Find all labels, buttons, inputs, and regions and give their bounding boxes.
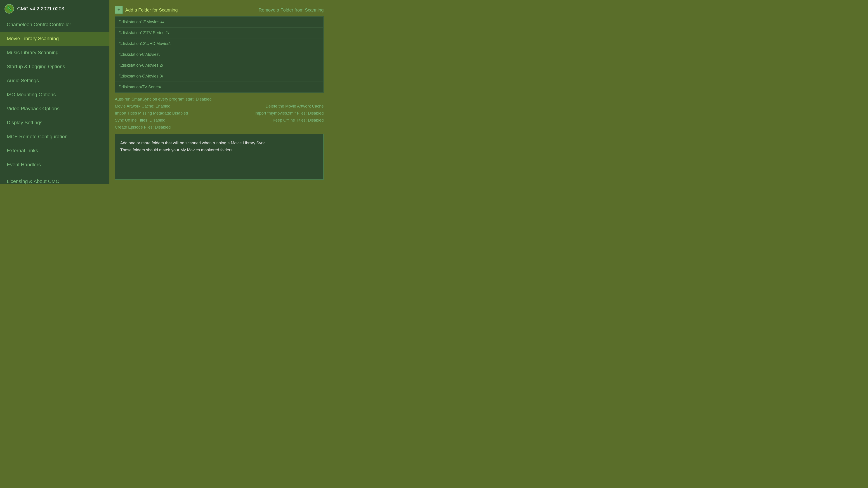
sidebar-item-iso-mounting-options[interactable]: ISO Mounting Options	[0, 88, 110, 102]
add-folder-icon: +	[115, 6, 123, 14]
licensing-about-link[interactable]: Licensing & About CMC	[7, 176, 103, 184]
folder-item[interactable]: \\diskstation12\Movies 4\	[115, 17, 323, 28]
remove-folder-button[interactable]: Remove a Folder from Scanning	[258, 7, 324, 13]
option-label[interactable]: Create Episode Files: Disabled	[115, 125, 170, 130]
option-label[interactable]: Import Titles Missing Metadata: Disabled	[115, 111, 188, 116]
info-line: Add one or more folders that will be sca…	[120, 140, 318, 147]
option-row: Auto-run SmartSync on every program star…	[115, 97, 324, 102]
app-logo: 🦎	[4, 4, 14, 13]
option-label[interactable]: Auto-run SmartSync on every program star…	[115, 97, 212, 102]
folder-item[interactable]: \\diskstation\TV Series\	[115, 82, 323, 92]
folder-item[interactable]: \\diskstation-8\Movies 3\	[115, 71, 323, 82]
app-title: CMC v4.2.2021.0203	[17, 6, 64, 12]
option-right-label[interactable]: Delete the Movie Artwork Cache	[266, 104, 324, 109]
nav-bottom: Licensing & About CMC Exit	[0, 172, 110, 184]
add-folder-button[interactable]: + Add a Folder for Scanning	[115, 6, 178, 14]
sidebar-item-external-links[interactable]: External Links	[0, 144, 110, 158]
option-label[interactable]: Movie Artwork Cache: Enabled	[115, 104, 170, 109]
info-box: Add one or more folders that will be sca…	[115, 134, 324, 180]
sidebar-item-video-playback-options[interactable]: Video Playback Options	[0, 102, 110, 116]
main-content: + Add a Folder for Scanning Remove a Fol…	[110, 0, 329, 184]
option-right-label[interactable]: Keep Offline Titles: Disabled	[273, 118, 324, 123]
folder-toolbar: + Add a Folder for Scanning Remove a Fol…	[115, 4, 324, 16]
option-row: Sync Offline Titles: DisabledKeep Offlin…	[115, 118, 324, 123]
folder-section: + Add a Folder for Scanning Remove a Fol…	[115, 4, 324, 93]
option-row: Create Episode Files: Disabled	[115, 125, 324, 130]
svg-text:🦎: 🦎	[6, 6, 13, 12]
add-folder-label: Add a Folder for Scanning	[125, 7, 178, 13]
sidebar-item-mce-remote-configuration[interactable]: MCE Remote Configuration	[0, 130, 110, 144]
option-right-label[interactable]: Import "mymovies.xml" Files: Disabled	[254, 111, 324, 116]
sidebar-item-startup-logging-options[interactable]: Startup & Logging Options	[0, 60, 110, 74]
app-header: 🦎 CMC v4.2.2021.0203	[0, 0, 110, 18]
folder-item[interactable]: \\diskstation12\UHD Movies\	[115, 38, 323, 49]
option-row: Movie Artwork Cache: EnabledDelete the M…	[115, 104, 324, 109]
nav-list: Movie Library ScanningMusic Library Scan…	[0, 32, 110, 172]
sidebar: 🦎 CMC v4.2.2021.0203 Chameleon CentralCo…	[0, 0, 110, 184]
folder-item[interactable]: \\diskstation12\TV Series 2\	[115, 28, 323, 38]
option-row: Import Titles Missing Metadata: Disabled…	[115, 111, 324, 116]
chameleon-centralcontroller-link[interactable]: Chameleon CentralController	[0, 18, 110, 32]
option-label[interactable]: Sync Offline Titles: Disabled	[115, 118, 165, 123]
folder-item[interactable]: \\diskstation-8\Movies 2\	[115, 60, 323, 71]
sidebar-item-music-library-scanning[interactable]: Music Library Scanning	[0, 46, 110, 60]
sidebar-item-event-handlers[interactable]: Event Handlers	[0, 158, 110, 172]
sidebar-item-movie-library-scanning[interactable]: Movie Library Scanning	[0, 32, 110, 46]
sidebar-item-display-settings[interactable]: Display Settings	[0, 116, 110, 130]
sidebar-item-audio-settings[interactable]: Audio Settings	[0, 74, 110, 88]
folder-item[interactable]: \\diskstation-8\Movies\	[115, 49, 323, 60]
folder-list: \\diskstation12\Movies 4\\\diskstation12…	[115, 16, 324, 93]
options-section: Auto-run SmartSync on every program star…	[115, 97, 324, 130]
info-line: These folders should match your My Movie…	[120, 147, 318, 154]
